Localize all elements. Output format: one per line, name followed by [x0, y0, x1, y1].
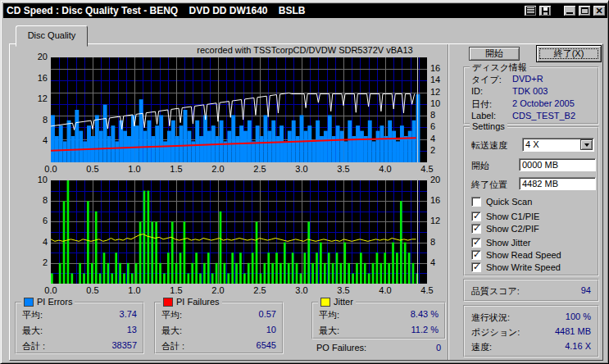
axis-tick-label: 2 [430, 145, 452, 155]
disc-info-label: タイプ: [471, 74, 512, 86]
axis-tick-label: 4.5 [417, 285, 437, 295]
stat-label: 最大: [161, 325, 182, 337]
floppy-save-icon [542, 7, 549, 15]
axis-tick-label: 4.5 [417, 164, 437, 174]
stat-value: 38357 [111, 340, 137, 353]
axis-tick-label: 3.5 [334, 285, 353, 295]
checkbox-icon[interactable] [471, 238, 481, 248]
checkbox-quick-scan[interactable]: Quick Scan [471, 197, 532, 207]
quality-score-label: 品質スコア: [471, 285, 520, 298]
axis-tick-label: 8 [26, 195, 48, 205]
axis-tick-label: 0.5 [83, 164, 102, 174]
app-window: CD Speed : Disc Quality Test - BENQ DVD … [0, 0, 609, 364]
axis-tick-label: 4.0 [375, 164, 395, 174]
recorded-with-text: recorded with TSSTcorpCD/DVDW SDR5372V v… [125, 45, 485, 55]
axis-tick-label: 12 [430, 87, 452, 97]
checkbox-icon[interactable] [471, 212, 481, 221]
disc-info-label: ID: [471, 86, 512, 96]
axis-tick-label: 3.0 [292, 285, 311, 295]
checkbox-label: Show C1/PIE [486, 212, 539, 221]
checkbox-icon[interactable] [471, 262, 481, 272]
tab-disc-quality[interactable]: Disc Quality [16, 25, 88, 47]
pi-failures-title: PI Failures [176, 297, 220, 307]
stat-label: 最大: [319, 325, 339, 337]
speed-readout-label: 速度: [471, 341, 492, 353]
pi-errors-chart [51, 57, 427, 162]
stat-value: 3.74 [120, 309, 137, 321]
close-icon: ✕ [595, 7, 602, 15]
disc-info-title: ディスク情報 [470, 61, 529, 74]
pi-errors-color-swatch [24, 298, 34, 307]
book-icon [526, 7, 535, 15]
jitter-statbox: Jitter 平均:8.43 % 最大:11.2 % [311, 302, 446, 339]
axis-tick-label: 2 [26, 257, 48, 267]
checkbox-show-c1-pie[interactable]: Show C1/PIE [471, 212, 539, 221]
tab-label: Disc Quality [28, 30, 76, 40]
checkbox-icon[interactable] [471, 224, 481, 234]
stat-label: 平均: [319, 309, 339, 321]
stat-value: 6545 [257, 340, 276, 353]
axis-tick-label: 8 [430, 110, 452, 120]
position-value: 4481 MB [555, 326, 591, 339]
disc-info-value: TDK 003 [512, 86, 548, 96]
pi-failures-chart [51, 180, 427, 284]
axis-tick-label: 4 [26, 135, 48, 145]
stat-value: 0.57 [259, 309, 276, 321]
titlebar[interactable]: CD Speed : Disc Quality Test - BENQ DVD … [3, 3, 607, 18]
checkbox-show-read-speed[interactable]: Show Read Speed [471, 250, 561, 260]
axis-tick-label: 16 [430, 63, 452, 73]
exit-button[interactable]: 終了(X) [536, 45, 602, 62]
minimize-icon [566, 12, 573, 14]
stat-label: 最大: [22, 325, 43, 337]
checkbox-icon[interactable] [471, 197, 481, 207]
stat-value: 8.43 % [411, 309, 439, 321]
axis-tick-label: 20 [26, 52, 48, 61]
maximize-button[interactable] [578, 5, 591, 16]
axis-tick-label: 1.5 [166, 285, 186, 295]
maximize-icon [581, 7, 589, 14]
disc-info-label: 日付: [471, 98, 512, 111]
speed-select-dropdown-button[interactable] [580, 139, 593, 150]
axis-tick-label: 2.5 [250, 164, 270, 174]
pi-errors-statbox: PI Errors 平均:3.74 最大:13 合計 :38357 [15, 302, 144, 354]
stat-value: 10 [266, 325, 276, 337]
speed-label: 転送速度 [471, 139, 507, 152]
speed-select[interactable]: 4 X [522, 138, 594, 152]
axis-tick-label: 6 [26, 216, 48, 225]
progress-value: 100 % [566, 312, 591, 324]
disc-info-group: ディスク情報 タイプ:DVD+R ID:TDK 003 日付:2 October… [463, 66, 599, 125]
jitter-title: Jitter [334, 297, 353, 307]
stat-value: 13 [127, 325, 137, 337]
quality-score-group: 品質スコア: 94 [463, 279, 599, 302]
disc-info-value: DVD+R [512, 74, 543, 86]
stat-label: 平均: [22, 309, 43, 321]
axis-tick-label: 1.5 [166, 164, 186, 174]
axis-tick-label: 3.5 [334, 164, 353, 174]
checkbox-show-c2-pif[interactable]: Show C2/PIF [471, 224, 539, 234]
stat-label: 平均: [161, 309, 182, 321]
axis-tick-label: 4.0 [375, 285, 395, 295]
axis-tick-label: 4 [26, 237, 48, 247]
start-position-input[interactable]: 0000 MB [519, 158, 596, 171]
axis-tick-label: 12 [430, 216, 452, 225]
speed-select-value: 4 X [525, 139, 539, 149]
axis-tick-label: 10 [430, 98, 452, 108]
checkbox-show-write-speed[interactable]: Show Write Speed [471, 262, 561, 272]
minimize-button[interactable] [563, 5, 576, 16]
end-position-input[interactable]: 4482 MB [519, 177, 596, 190]
save-button[interactable] [539, 5, 552, 16]
checkbox-icon[interactable] [471, 250, 481, 260]
pi-errors-legend: PI Errors [21, 297, 75, 307]
start-button[interactable]: 開始 [469, 47, 520, 61]
window-title: CD Speed : Disc Quality Test - BENQ DVD … [7, 5, 306, 16]
axis-tick-label: 2.5 [250, 285, 270, 295]
axis-tick-label: 0.0 [41, 164, 61, 174]
axis-tick-label: 14 [430, 75, 452, 84]
reports-button[interactable] [524, 5, 537, 16]
progress-group: 進行状況:100 % ポジション:4481 MB 速度:4.16 X [463, 305, 599, 357]
checkbox-show-jitter[interactable]: Show Jitter [471, 238, 530, 248]
axis-tick-label: 0.0 [41, 285, 61, 295]
axis-tick-label: 8 [26, 115, 48, 125]
close-button[interactable]: ✕ [593, 5, 606, 16]
checkbox-label: Show Jitter [486, 238, 530, 248]
